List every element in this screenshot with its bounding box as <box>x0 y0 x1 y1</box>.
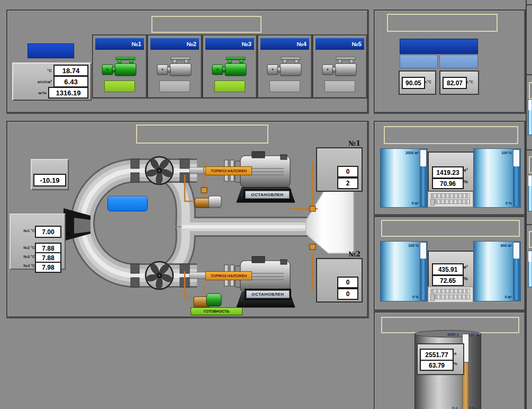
tank-c-percent-readout: 63.79 <box>420 360 454 371</box>
tank-a-volume-max: 2000 м³ <box>405 151 419 155</box>
pressure-readout: 6.43 <box>53 76 88 87</box>
tank-b-readout-box: 435.91 м³ 72.65 % <box>428 251 474 288</box>
tank-b-volume-max: 600 м³ <box>501 244 512 247</box>
pump-3-status-indicator <box>214 81 245 92</box>
motor-1-status: ОСТАНОВЛЕН <box>245 191 290 199</box>
flow-readout: 1316.19 <box>48 87 88 99</box>
pump-card-1[interactable]: №1 <box>92 34 147 99</box>
temperature-row: °С 18.74 <box>47 65 88 76</box>
tank-a-volume-unit: м³ <box>463 167 468 173</box>
heaters-panel-title-box <box>387 14 498 32</box>
gas-temp-4-readout: 7.98 <box>35 262 61 273</box>
tank-c-scale-max: 4000 л <box>447 333 459 336</box>
tank-c-scale-min-pct: 0 % <box>469 406 475 409</box>
tank-c-level-readout: 2551.77 <box>420 349 454 361</box>
tank-c-scale-min: 0 л <box>452 406 457 409</box>
pump-3-header: №3 <box>205 38 254 50</box>
pump-5-header: №5 <box>315 38 364 50</box>
gas-temp-1-readout: 7.00 <box>35 226 61 238</box>
fan-2-icon <box>145 262 173 290</box>
pump-5-status-indicator <box>324 81 355 92</box>
tank-b-title-box <box>381 220 520 237</box>
oil-pump-2-icon <box>194 294 221 307</box>
tank-b-volume-bar <box>513 242 520 300</box>
clipped-tank-gauge <box>528 175 532 211</box>
tank-b-percent-max: 100 % <box>408 244 419 247</box>
exhauster-2-counter-top: 0 <box>337 277 358 288</box>
gas-temp-4-label: №4 °С <box>24 264 35 268</box>
gas-temp-3-label: №3 °С <box>24 255 35 259</box>
temperature-readout: 18.74 <box>53 65 88 76</box>
pump-card-2[interactable]: №2 <box>147 34 202 99</box>
network-header-bar[interactable] <box>28 43 74 58</box>
tank-b-percent-min: 0 % <box>412 295 419 299</box>
pump-stopped-icon <box>266 57 303 78</box>
heater-2-temp: 82.07 <box>443 77 467 89</box>
pumps-panel-title-box <box>151 16 262 33</box>
clipped-tank-gauge <box>528 251 532 287</box>
motor-2-status: ОСТАНОВЛЕН <box>246 290 290 298</box>
tank-b-volume-min: 0 м³ <box>505 295 512 299</box>
exhauster-1-counter-bottom: 2 <box>337 177 358 189</box>
tank-a-volume-gauge: 2000 м³ 0 м³ <box>380 148 428 208</box>
gas-temp-1-label: №1 °С <box>24 229 35 233</box>
pressure-row: кгс/см² 6.43 <box>38 76 88 87</box>
tank-c-level-unit: л <box>454 351 456 356</box>
pump-card-4[interactable]: №4 <box>257 34 312 99</box>
clipped-title-box <box>529 156 532 173</box>
tank-b-percent-bar <box>420 242 427 300</box>
tank-b-percent-gauge: 100 % 0 % <box>380 241 428 301</box>
exhauster-2-label: №2 <box>316 250 360 258</box>
pumps-panel: °С 18.74 кгс/см² 6.43 м³/ч 1316.19 №1 №2… <box>6 10 368 113</box>
heater-1-temp: 90.05 <box>402 77 425 89</box>
pump-card-3[interactable]: №3 <box>202 34 257 99</box>
tank-a-title-box <box>384 126 518 144</box>
flow-unit: м³/ч <box>39 91 47 95</box>
pump-4-header: №4 <box>260 38 309 50</box>
tank-a-percent-readout: 70.96 <box>432 178 464 189</box>
clipped-title-box <box>529 231 532 248</box>
tank-a-percent-gauge: 100 % 0 % <box>473 148 521 208</box>
pump-running-icon <box>211 57 248 78</box>
exhauster-2-counter-box: 0 0 <box>316 258 363 303</box>
tank-b-panel: 100 % 0 % 435.91 м³ 72.65 % 600 м³ 0 м³ <box>374 216 526 311</box>
exhauster-1-counter-box: 0 2 <box>316 147 363 192</box>
mimic-blue-button[interactable] <box>107 196 148 211</box>
tank-a-percent-max: 100 % <box>501 151 512 155</box>
tank-a-sensor-strip <box>428 191 473 207</box>
tank-a-readout-box: 1419.23 м³ 70.96 % <box>428 152 474 192</box>
exhauster-mimic-panel: -10.19 №1 °С 7.00 №2 °С 7.88 №3 °С 7.88 … <box>6 121 368 318</box>
tank-c-readout-box: 2551.77 л 63.79 % <box>417 343 464 375</box>
pump-card-5[interactable]: №5 <box>312 34 367 99</box>
oil-pump-ready-label: ГОТОВНОСТЬ <box>191 307 242 315</box>
heaters-panel: 90.05 т,°С 82.07 т,°С <box>374 10 526 113</box>
tank-a-volume-readout: 1419.23 <box>432 166 464 179</box>
tank-b-volume-gauge: 600 м³ 0 м³ <box>473 241 521 301</box>
pump-running-icon <box>101 57 138 78</box>
network-readouts-box: °С 18.74 кгс/см² 6.43 м³/ч 1316.19 <box>12 63 92 101</box>
tank-b-sensor-strip <box>428 287 473 303</box>
ambient-temp-readout: -10.19 <box>33 174 66 186</box>
exhauster-1-counter-top: 0 <box>337 166 358 177</box>
pump-1-header: №1 <box>95 38 144 50</box>
pump-1-status-indicator <box>104 81 135 92</box>
tank-c-scale-max-pct: 100 % <box>468 333 479 336</box>
tank-a-percent-bar <box>513 149 520 207</box>
heater-1-unit: т,°С <box>425 80 431 84</box>
gas-temp-2-label: №2 °С <box>24 246 35 250</box>
pump-2-status-indicator <box>159 81 190 92</box>
pressure-unit: кгс/см² <box>38 79 52 84</box>
heater-1-readout-box: 90.05 т,°С <box>399 70 436 95</box>
motor-1-status-box: ОСТАНОВЛЕН <box>244 189 291 200</box>
pump-stopped-icon <box>321 57 358 78</box>
tank-a-percent-min: 0 % <box>506 201 512 205</box>
flow-row: м³/ч 1316.19 <box>39 87 88 98</box>
heater-2-readout-box: 82.07 т,°С <box>439 70 479 95</box>
brake-status-label-1: ТОРМОЗ НАЛОЖЕН <box>205 166 252 175</box>
tank-a-panel: 2000 м³ 0 м³ 1419.23 м³ 70.96 % 100 % 0 … <box>374 121 526 216</box>
tank-b-percent-readout: 72.65 <box>432 275 464 286</box>
tank-b-volume-readout: 435.91 <box>432 263 464 275</box>
ambient-temp-box: -10.19 <box>31 159 69 190</box>
heaters-header-bar <box>400 39 478 54</box>
tank-b-percent-unit: % <box>464 276 468 281</box>
